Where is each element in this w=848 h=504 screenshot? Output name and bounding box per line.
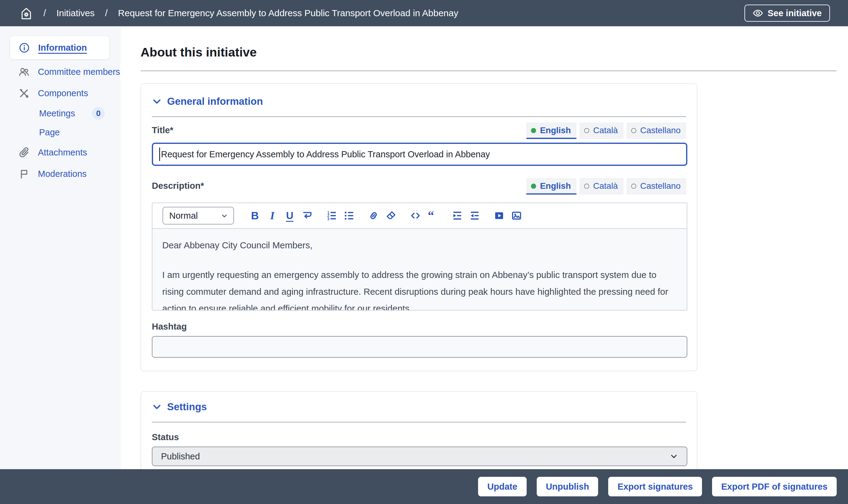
section-divider — [152, 116, 686, 117]
link-icon — [368, 210, 379, 221]
hashtag-input[interactable] — [152, 336, 687, 358]
sidebar: Information Committee members Components… — [0, 26, 121, 469]
language-label: English — [540, 126, 571, 135]
chevron-down-icon — [152, 96, 162, 107]
format-select-value: Normal — [169, 211, 198, 221]
ordered-list-button[interactable]: 123 — [323, 207, 340, 224]
language-tab-english[interactable]: English — [526, 178, 576, 195]
action-bar: Update Unpublish Export signatures Expor… — [0, 469, 848, 504]
description-label: Description* — [152, 181, 204, 195]
main-content: About this initiative General informatio… — [121, 26, 848, 469]
indent-increase-icon — [451, 210, 463, 221]
sidebar-item-label: Information — [38, 43, 87, 53]
language-label: Català — [593, 126, 618, 135]
sidebar-item-attachments[interactable]: Attachments — [0, 142, 121, 163]
export-signatures-button[interactable]: Export signatures — [608, 477, 702, 497]
clear-format-button[interactable] — [382, 207, 400, 224]
settings-toggle[interactable]: Settings — [152, 401, 207, 413]
sidebar-item-label: Components — [38, 88, 88, 98]
title-label: Title* — [152, 125, 173, 139]
info-icon — [19, 42, 30, 53]
heading-divider — [141, 71, 836, 71]
section-title: Settings — [167, 401, 207, 413]
breadcrumb-initiatives[interactable]: Initiatives — [56, 8, 95, 18]
section-divider — [152, 422, 686, 422]
export-pdf-signatures-button[interactable]: Export PDF of signatures — [712, 477, 837, 497]
bullet-list-button[interactable] — [340, 207, 358, 224]
filled-dot-icon — [531, 128, 536, 133]
status-select-value: Published — [161, 451, 200, 462]
text-caret — [159, 147, 160, 161]
empty-circle-icon — [584, 128, 589, 133]
users-icon — [18, 66, 30, 77]
video-button[interactable] — [490, 207, 508, 224]
sidebar-item-components[interactable]: Components — [0, 83, 121, 104]
image-button[interactable] — [508, 207, 525, 224]
indent-button[interactable] — [448, 207, 466, 224]
title-input-wrap — [152, 143, 686, 166]
code-icon — [410, 210, 421, 221]
general-information-panel: General information Title* English Catal… — [141, 84, 698, 371]
status-select[interactable]: Published — [152, 447, 687, 466]
empty-circle-icon — [631, 184, 636, 189]
settings-panel: Settings Status Published — [141, 391, 698, 469]
video-icon — [493, 210, 505, 221]
home-icon[interactable] — [20, 6, 33, 20]
line-break-button[interactable] — [299, 207, 316, 224]
italic-button[interactable]: I — [264, 207, 281, 224]
language-tab-catala[interactable]: Català — [579, 123, 624, 139]
underline-button[interactable]: U — [281, 207, 299, 224]
page-title: About this initiative — [141, 45, 848, 59]
eye-icon — [753, 8, 763, 18]
hashtag-label: Hashtag — [152, 322, 686, 332]
sidebar-item-page[interactable]: Page — [0, 123, 121, 142]
bold-button[interactable]: B — [246, 207, 264, 224]
language-label: Castellano — [640, 181, 681, 191]
language-tab-castellano[interactable]: Castellano — [627, 123, 686, 139]
eraser-icon — [385, 210, 397, 221]
empty-circle-icon — [631, 128, 636, 133]
meetings-count-badge: 0 — [92, 107, 105, 120]
format-select[interactable]: Normal — [163, 207, 234, 224]
see-initiative-button[interactable]: See initiative — [744, 4, 830, 22]
unpublish-button[interactable]: Unpublish — [537, 477, 598, 497]
language-label: Castellano — [640, 126, 681, 135]
blockquote-button[interactable]: “ — [424, 207, 441, 224]
editor-toolbar: Normal B I U 123 — [152, 203, 687, 229]
language-tab-catala[interactable]: Català — [579, 178, 624, 195]
sidebar-item-label: Page — [39, 127, 60, 138]
empty-circle-icon — [584, 184, 589, 189]
top-bar: / Initiatives / Request for Emergency As… — [0, 0, 848, 26]
paperclip-icon — [18, 147, 30, 158]
title-input[interactable] — [152, 143, 687, 166]
sidebar-item-meetings[interactable]: Meetings 0 — [0, 104, 121, 123]
outdent-button[interactable] — [466, 207, 483, 224]
italic-icon: I — [270, 209, 274, 222]
see-initiative-label: See initiative — [768, 8, 822, 18]
title-language-tabs: English Català Castellano — [526, 123, 686, 139]
image-icon — [511, 210, 522, 221]
code-block-button[interactable] — [407, 207, 424, 224]
sidebar-item-committee-members[interactable]: Committee members — [0, 61, 121, 83]
description-paragraph: Dear Abbenay City Council Members, — [162, 237, 676, 253]
link-button[interactable] — [365, 207, 382, 224]
general-information-toggle[interactable]: General information — [152, 96, 263, 107]
language-tab-english[interactable]: English — [526, 123, 576, 139]
sidebar-item-moderations[interactable]: Moderations — [0, 163, 121, 184]
indent-decrease-icon — [469, 210, 481, 221]
tools-icon — [18, 88, 30, 99]
description-paragraph: I am urgently requesting an emergency as… — [162, 266, 676, 310]
description-field-row: Description* English Català Castellano — [152, 178, 686, 195]
underline-icon: U — [286, 210, 293, 221]
section-title: General information — [167, 96, 263, 107]
description-editor-body[interactable]: Dear Abbenay City Council Members, I am … — [152, 229, 687, 310]
update-button[interactable]: Update — [478, 477, 526, 497]
bold-icon: B — [251, 210, 259, 222]
bullet-list-icon — [343, 210, 355, 221]
sidebar-item-label: Committee members — [38, 67, 120, 77]
language-tab-castellano[interactable]: Castellano — [627, 178, 686, 195]
language-label: English — [540, 181, 571, 191]
sidebar-item-information[interactable]: Information — [10, 36, 109, 59]
line-break-icon — [302, 210, 313, 221]
svg-text:“: “ — [428, 210, 434, 221]
